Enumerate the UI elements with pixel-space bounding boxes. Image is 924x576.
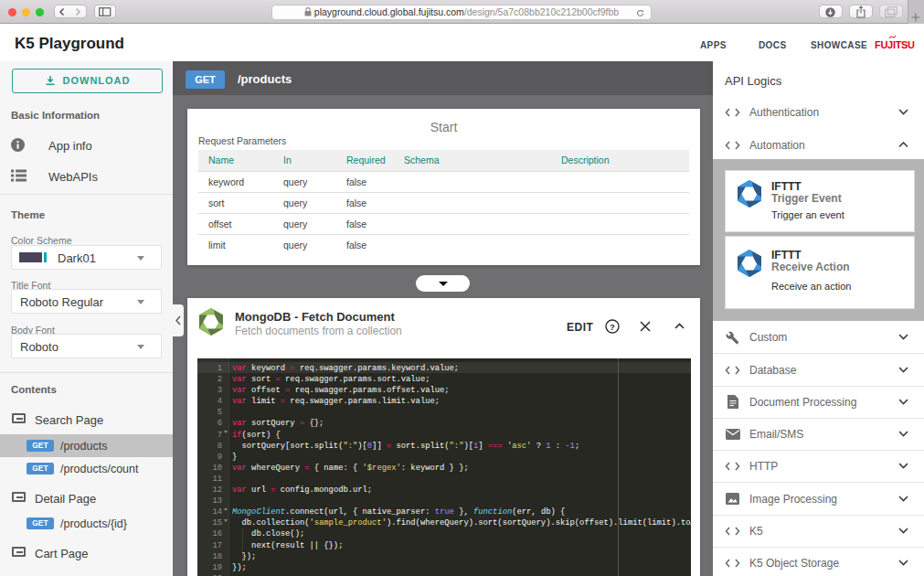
svg-text:?: ? [610, 322, 615, 332]
